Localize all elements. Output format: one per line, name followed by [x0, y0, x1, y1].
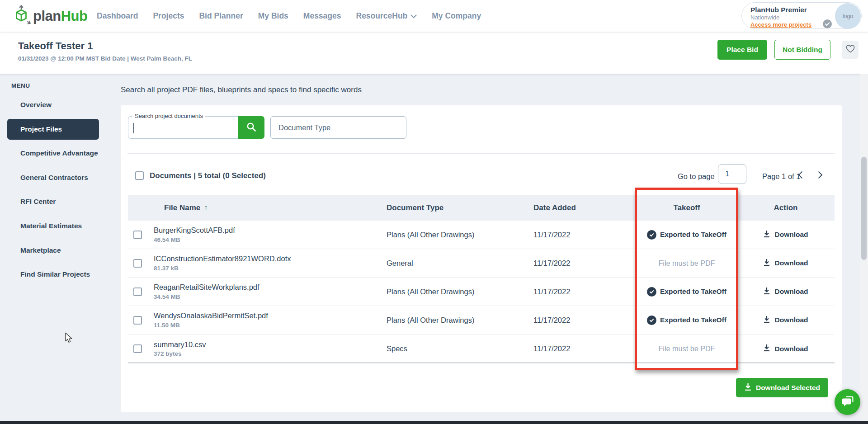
- takeoff-status: File must be PDF: [637, 344, 737, 353]
- chat-widget-button[interactable]: [835, 389, 860, 415]
- column-header-file-name[interactable]: File Name ↑: [154, 203, 379, 212]
- sidebar-item-competitive-advantage[interactable]: Competitive Advantage: [20, 149, 98, 157]
- row-checkbox[interactable]: [133, 259, 142, 268]
- text-caret: [133, 123, 134, 133]
- column-header-takeoff: Takeoff: [637, 203, 737, 212]
- file-size: 81.37 kB: [154, 265, 379, 272]
- takeoff-status: File must be PDF: [637, 259, 737, 268]
- planhub-app: planHub Dashboard Projects Bid Planner M…: [0, 0, 868, 424]
- file-name-link[interactable]: ICConstructionEstimator8921WORD.dotx: [154, 254, 379, 264]
- document-type-cell: Plans (All Other Drawings): [379, 316, 524, 325]
- chevron-left-icon: [798, 171, 803, 181]
- nav-messages[interactable]: Messages: [303, 11, 341, 21]
- file-size: 46.54 MB: [154, 236, 379, 243]
- download-icon: [744, 383, 752, 393]
- document-type-cell: General: [379, 259, 524, 268]
- project-header: Takeoff Tester 1 01/31/2023 @ 12:00 PM M…: [0, 32, 868, 74]
- logo-wordmark: planHub: [33, 5, 88, 27]
- documents-count-label: Documents | 5 total (0 Selected): [150, 171, 266, 180]
- document-type-select[interactable]: Document Type: [270, 116, 406, 139]
- sidebar-item-marketplace[interactable]: Marketplace: [20, 246, 61, 254]
- download-button[interactable]: Download: [737, 230, 835, 240]
- documents-table: File Name ↑ Document Type Date Added Tak…: [128, 195, 835, 363]
- search-description: Search all project PDF files, blueprints…: [121, 85, 362, 94]
- row-checkbox[interactable]: [133, 231, 142, 239]
- date-added-cell: 11/17/2022: [524, 316, 637, 325]
- project-files-card: Search project documents Document Type D…: [121, 105, 842, 412]
- chevron-right-icon: [818, 171, 823, 181]
- next-page-button[interactable]: [814, 170, 826, 182]
- file-size: 34.54 MB: [154, 293, 379, 300]
- check-circle-icon: [647, 287, 656, 297]
- section-divider: [127, 153, 835, 154]
- premier-account-card[interactable]: PlanHub Premier Nationwide Access more p…: [741, 2, 862, 29]
- sidebar-item-find-similar-projects[interactable]: Find Similar Projects: [20, 270, 90, 278]
- nav-my-bids[interactable]: My Bids: [258, 11, 288, 21]
- project-meta: 01/31/2023 @ 12:00 PM MST Bid Date | Wes…: [18, 55, 192, 62]
- nav-dashboard[interactable]: Dashboard: [97, 11, 138, 21]
- go-to-page-label: Go to page: [678, 172, 715, 181]
- sidebar-item-rfi-center[interactable]: RFI Center: [20, 198, 56, 206]
- download-icon: [763, 259, 770, 268]
- badge-check-icon: [822, 19, 833, 29]
- download-button[interactable]: Download: [737, 316, 835, 325]
- nav-projects[interactable]: Projects: [153, 11, 184, 21]
- nav-bid-planner[interactable]: Bid Planner: [199, 11, 243, 21]
- table-row: ICConstructionEstimator8921WORD.dotx 81.…: [128, 249, 835, 278]
- access-more-projects-link[interactable]: Access more projects: [750, 21, 811, 28]
- favorite-button[interactable]: [842, 41, 859, 59]
- nav-resourcehub[interactable]: ResourceHub: [356, 11, 417, 21]
- file-name-link[interactable]: ReaganRetailSiteWorkplans.pdf: [154, 283, 379, 292]
- logo-cube-icon: [12, 5, 31, 28]
- column-header-action: Action: [737, 203, 835, 212]
- takeoff-status: Exported to TakeOff: [637, 287, 737, 297]
- row-checkbox[interactable]: [133, 316, 142, 325]
- sidebar-item-general-contractors[interactable]: General Contractors: [20, 174, 88, 182]
- download-button[interactable]: Download: [737, 287, 835, 297]
- planhub-logo[interactable]: planHub: [12, 5, 88, 28]
- file-name-link[interactable]: BurgerKingScottAFB.pdf: [154, 226, 379, 235]
- download-icon: [763, 316, 770, 325]
- download-icon: [763, 287, 770, 297]
- search-input[interactable]: [128, 117, 238, 138]
- check-circle-icon: [647, 316, 656, 325]
- menu-label: MENU: [11, 82, 30, 89]
- window-bottom-edge: [0, 421, 868, 424]
- nav-my-company[interactable]: My Company: [432, 11, 481, 21]
- scrollbar-thumb[interactable]: [861, 157, 867, 260]
- date-added-cell: 11/17/2022: [524, 287, 637, 296]
- page-number-input[interactable]: [718, 164, 746, 184]
- search-field-outline: Search project documents: [128, 116, 238, 139]
- document-type-cell: Plans (All Other Drawings): [379, 231, 524, 239]
- download-icon: [763, 344, 770, 353]
- sidebar-item-material-estimates[interactable]: Material Estimates: [20, 222, 82, 230]
- sidebar-item-overview[interactable]: Overview: [20, 101, 52, 109]
- download-selected-button[interactable]: Download Selected: [736, 378, 828, 397]
- row-checkbox[interactable]: [133, 287, 142, 296]
- place-bid-button[interactable]: Place Bid: [717, 40, 767, 60]
- search-icon: [246, 122, 257, 134]
- heart-icon: [846, 45, 855, 55]
- search-button[interactable]: [238, 116, 264, 139]
- download-icon: [763, 230, 770, 240]
- file-name-link[interactable]: summary10.csv: [154, 340, 379, 349]
- scrollbar-track[interactable]: [860, 74, 868, 421]
- sidebar-item-project-files[interactable]: Project Files: [7, 119, 99, 140]
- sort-asc-icon: ↑: [204, 203, 208, 212]
- column-header-date-added: Date Added: [524, 203, 637, 212]
- download-button[interactable]: Download: [737, 259, 835, 268]
- row-checkbox[interactable]: [133, 344, 142, 353]
- previous-page-button[interactable]: [794, 170, 806, 182]
- date-added-cell: 11/17/2022: [524, 259, 637, 268]
- download-button[interactable]: Download: [737, 344, 835, 353]
- table-row: BurgerKingScottAFB.pdf 46.54 MB Plans (A…: [128, 221, 835, 249]
- chevron-down-icon: [410, 11, 417, 21]
- document-type-cell: Specs: [379, 344, 524, 353]
- company-logo-placeholder: logo: [835, 3, 861, 29]
- chat-icon: [841, 395, 854, 410]
- not-bidding-button[interactable]: Not Bidding: [774, 40, 830, 60]
- premier-title: PlanHub Premier: [750, 6, 811, 14]
- select-all-checkbox[interactable]: [135, 171, 144, 180]
- column-header-document-type: Document Type: [379, 203, 524, 212]
- file-name-link[interactable]: WendysOnalaskaBidPermitSet.pdf: [154, 311, 379, 320]
